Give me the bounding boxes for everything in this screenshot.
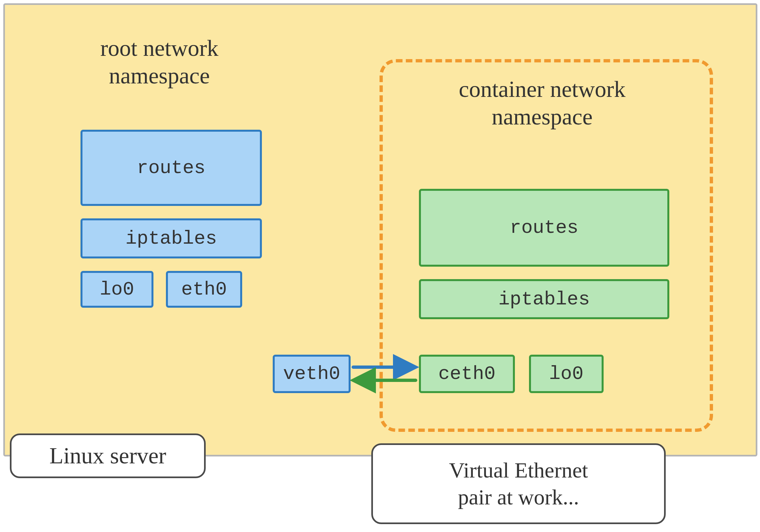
root-eth0-box: eth0 — [166, 271, 242, 308]
container-ceth0-label: ceth0 — [438, 363, 496, 384]
veth-pair-callout: Virtual Ethernetpair at work... — [371, 443, 666, 524]
container-ceth0-box: ceth0 — [419, 355, 515, 393]
container-lo0-box: lo0 — [529, 355, 603, 393]
root-veth0-box: veth0 — [273, 355, 351, 393]
linux-server-callout: Linux server — [10, 433, 206, 478]
root-routes-label: routes — [137, 157, 206, 179]
diagram-stage: root networknamespace routes iptables lo… — [0, 0, 760, 532]
linux-server-box: root networknamespace routes iptables lo… — [3, 3, 757, 457]
root-routes-box: routes — [80, 130, 262, 206]
root-veth0-label: veth0 — [283, 363, 340, 384]
root-namespace-title: root networknamespace — [44, 34, 274, 90]
container-routes-box: routes — [419, 189, 669, 267]
container-namespace-title-text: container networknamespace — [459, 76, 625, 129]
container-iptables-label: iptables — [499, 288, 590, 310]
root-eth0-label: eth0 — [181, 279, 227, 300]
container-iptables-box: iptables — [419, 279, 669, 319]
container-namespace-title: container networknamespace — [399, 75, 685, 131]
root-iptables-label: iptables — [125, 228, 217, 249]
container-routes-label: routes — [510, 217, 579, 239]
linux-server-callout-text: Linux server — [49, 441, 166, 470]
root-lo0-box: lo0 — [80, 271, 154, 308]
container-lo0-label: lo0 — [549, 363, 583, 384]
root-namespace-title-text: root networknamespace — [100, 35, 218, 88]
root-lo0-label: lo0 — [100, 279, 134, 300]
root-iptables-box: iptables — [80, 218, 262, 258]
veth-pair-callout-text: Virtual Ethernetpair at work... — [449, 457, 588, 511]
